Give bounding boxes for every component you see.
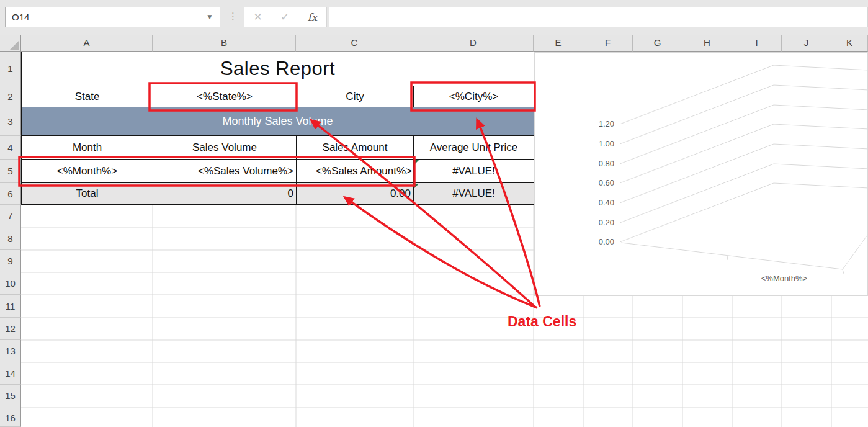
value-tick-0-80: 0.80 bbox=[571, 159, 614, 169]
value-tick-1-20: 1.20 bbox=[571, 119, 614, 129]
cell-a1-report-title[interactable]: Sales Report bbox=[22, 52, 534, 86]
cell-b4-sales-volume-header[interactable]: Sales Volume bbox=[153, 136, 297, 160]
cell-d6-value: #VALUE! bbox=[452, 187, 495, 200]
value-tick-0-60: 0.60 bbox=[571, 178, 614, 188]
cell-d5-value: #VALUE! bbox=[452, 165, 495, 178]
cell-a4-month-header[interactable]: Month bbox=[22, 136, 153, 160]
cell-d5-avg-unit-price-error[interactable]: #VALUE! bbox=[414, 160, 534, 183]
excel-window: O14 ▼ ⋮ ✕ ✓ fx A B C D E F G H I J K 1 2… bbox=[0, 0, 868, 427]
cell-d6-total-error[interactable]: #VALUE! bbox=[414, 183, 534, 205]
cell-a6-total-label[interactable]: Total bbox=[22, 183, 153, 205]
cell-a3-section-title[interactable]: Monthly Sales Volume bbox=[22, 107, 534, 136]
error-indicator-icon bbox=[414, 160, 419, 164]
cell-b5-sales-volume-placeholder[interactable]: <%Sales Volume%> bbox=[153, 160, 297, 183]
cell-c4-sales-amount-header[interactable]: Sales Amount bbox=[297, 136, 414, 160]
cell-a5-month-placeholder[interactable]: <%Month%> bbox=[22, 160, 153, 183]
category-axis-label: <%Month%> bbox=[735, 274, 834, 283]
value-tick-1-00: 1.00 bbox=[571, 139, 614, 149]
cell-a2-state-label[interactable]: State bbox=[22, 86, 153, 107]
value-tick-0-40: 0.40 bbox=[571, 198, 614, 208]
chart-frame-lines bbox=[535, 53, 868, 297]
embedded-chart[interactable]: 1.20 1.00 0.80 0.60 0.40 0.20 0.00 <%Mon… bbox=[534, 52, 868, 296]
data-cells-label[interactable]: Data Cells bbox=[508, 313, 576, 330]
report-table: Sales Report State <%State%> City <%City… bbox=[21, 52, 535, 205]
cell-c2-city-label[interactable]: City bbox=[297, 86, 414, 107]
cell-b2-state-placeholder[interactable]: <%State%> bbox=[153, 86, 297, 107]
cell-d4-avg-unit-price-header[interactable]: Average Unit Price bbox=[414, 136, 534, 160]
error-indicator-icon bbox=[414, 184, 419, 188]
value-tick-0-20: 0.20 bbox=[571, 218, 614, 228]
cell-c6-total-amount[interactable]: 0.00 bbox=[297, 183, 414, 205]
cell-d2-city-placeholder[interactable]: <%City%> bbox=[414, 86, 534, 107]
cell-b6-total-volume[interactable]: 0 bbox=[153, 183, 297, 205]
value-tick-0-00: 0.00 bbox=[571, 237, 614, 247]
cell-c5-sales-amount-placeholder[interactable]: <%Sales Amount%> bbox=[297, 160, 414, 183]
